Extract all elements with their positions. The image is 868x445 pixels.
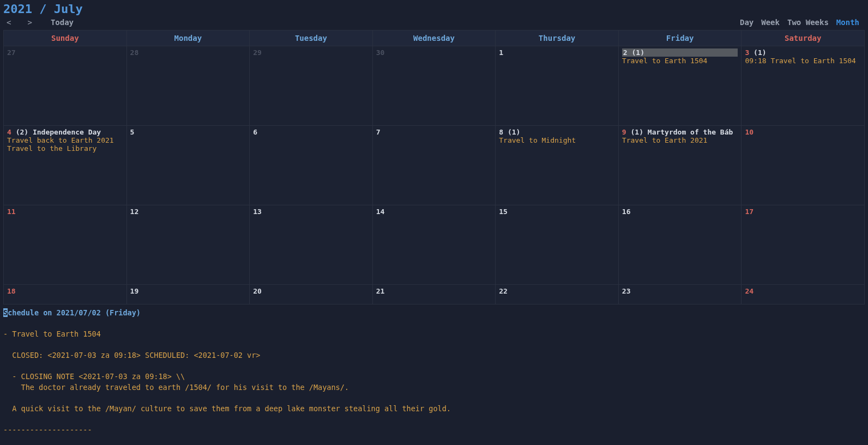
- day-number: 12: [130, 208, 139, 216]
- calendar-cell[interactable]: 28: [127, 46, 250, 126]
- day-number: 18: [7, 287, 16, 295]
- view-month[interactable]: Month: [836, 18, 859, 27]
- calendar-cell[interactable]: 30: [373, 46, 496, 126]
- day-number: 17: [745, 208, 754, 216]
- day-event-count: (1): [626, 128, 643, 136]
- detail-title: Schedule on 2021/07/02 (Friday): [3, 308, 865, 319]
- day-event-count: (1): [749, 48, 766, 57]
- calendar-event[interactable]: 09:18 Travel to Earth 1504: [745, 57, 861, 65]
- calendar-cell[interactable]: 15: [496, 205, 619, 285]
- day-number: 9: [622, 128, 626, 136]
- prev-button[interactable]: <: [3, 18, 14, 27]
- calendar-cell[interactable]: 10: [742, 126, 865, 205]
- calendar-cell[interactable]: 4 (2) Independence DayTravel back to Ear…: [4, 126, 127, 205]
- day-event-count: (1): [628, 48, 644, 57]
- day-event-count: (1): [503, 128, 520, 136]
- view-switch: Day Week Two Weeks Month: [740, 18, 865, 27]
- view-week[interactable]: Week: [761, 18, 780, 27]
- day-number: 19: [130, 287, 139, 295]
- calendar-event[interactable]: Travel to Midnight: [499, 136, 615, 144]
- day-number: 6: [253, 128, 257, 136]
- day-number: 2: [623, 48, 628, 57]
- calendar-cell[interactable]: 21: [373, 285, 496, 304]
- weekday-header: Friday: [619, 31, 742, 46]
- day-number: 16: [622, 208, 631, 216]
- day-number: 14: [376, 208, 385, 216]
- calendar-cell[interactable]: 17: [742, 205, 865, 285]
- day-number: 10: [745, 128, 754, 136]
- day-number: 22: [499, 287, 508, 295]
- calendar-cell[interactable]: 11: [4, 205, 127, 285]
- weekday-header: Wednesday: [373, 31, 496, 46]
- calendar-cell[interactable]: 24: [742, 285, 865, 304]
- day-number: 20: [253, 287, 262, 295]
- calendar-cell[interactable]: 5: [127, 126, 250, 205]
- detail-pane: Schedule on 2021/07/02 (Friday) - Travel…: [3, 307, 865, 437]
- day-number: 5: [130, 128, 135, 136]
- calendar-cell[interactable]: 2 (1)Travel to Earth 1504: [619, 46, 742, 126]
- detail-body: - Travel to Earth 1504 CLOSED: <2021-07-…: [3, 319, 865, 436]
- today-button[interactable]: Today: [51, 18, 74, 27]
- day-holiday: Independence Day: [28, 128, 101, 136]
- next-button[interactable]: >: [24, 18, 35, 27]
- day-number: 1: [499, 48, 503, 57]
- calendar-cell[interactable]: 7: [373, 126, 496, 205]
- day-holiday: Martyrdom of the Báb: [643, 128, 733, 136]
- calendar-cell[interactable]: 3 (1)09:18 Travel to Earth 1504: [742, 46, 865, 126]
- day-number: 21: [376, 287, 385, 295]
- weekday-header: Monday: [127, 31, 250, 46]
- page-title: 2021 / July: [3, 2, 83, 16]
- day-number: 29: [253, 48, 262, 57]
- weekday-header: Tuesday: [250, 31, 373, 46]
- weekday-header: Saturday: [742, 31, 865, 46]
- day-number: 24: [745, 287, 754, 295]
- calendar-event[interactable]: Travel back to Earth 2021: [7, 136, 123, 144]
- day-number: 28: [130, 48, 139, 57]
- calendar-cell[interactable]: 8 (1)Travel to Midnight: [496, 126, 619, 205]
- calendar-event[interactable]: Travel to Earth 1504: [622, 57, 738, 65]
- calendar-cell[interactable]: 14: [373, 205, 496, 285]
- calendar-event[interactable]: Travel to the Library: [7, 144, 123, 153]
- day-number: 8: [499, 128, 503, 136]
- calendar-cell[interactable]: 12: [127, 205, 250, 285]
- view-day[interactable]: Day: [740, 18, 754, 27]
- view-two-weeks[interactable]: Two Weeks: [787, 18, 829, 27]
- calendar-cell[interactable]: 16: [619, 205, 742, 285]
- calendar-cell[interactable]: 22: [496, 285, 619, 304]
- calendar-event[interactable]: Travel to Earth 2021: [622, 136, 738, 144]
- day-number: 27: [7, 48, 16, 57]
- calendar-cell[interactable]: 1: [496, 46, 619, 126]
- calendar-cell[interactable]: 29: [250, 46, 373, 126]
- day-number: 23: [622, 287, 631, 295]
- weekday-header: Sunday: [4, 31, 127, 46]
- calendar-cell[interactable]: 18: [4, 285, 127, 304]
- calendar-cell[interactable]: 9 (1) Martyrdom of the BábTravel to Eart…: [619, 126, 742, 205]
- day-number: 15: [499, 208, 508, 216]
- day-number: 11: [7, 208, 16, 216]
- weekday-header: Thursday: [496, 31, 619, 46]
- calendar-cell[interactable]: 6: [250, 126, 373, 205]
- day-number: 30: [376, 48, 385, 57]
- calendar-grid: SundayMondayTuesdayWednesdayThursdayFrid…: [3, 30, 865, 304]
- calendar-cell[interactable]: 23: [619, 285, 742, 304]
- calendar-cell[interactable]: 27: [4, 46, 127, 126]
- day-number: 7: [376, 128, 381, 136]
- calendar-cell[interactable]: 20: [250, 285, 373, 304]
- day-event-count: (2): [11, 128, 28, 136]
- day-number: 13: [253, 208, 262, 216]
- calendar-cell[interactable]: 13: [250, 205, 373, 285]
- calendar-cell[interactable]: 19: [127, 285, 250, 304]
- day-number: 4: [7, 128, 11, 136]
